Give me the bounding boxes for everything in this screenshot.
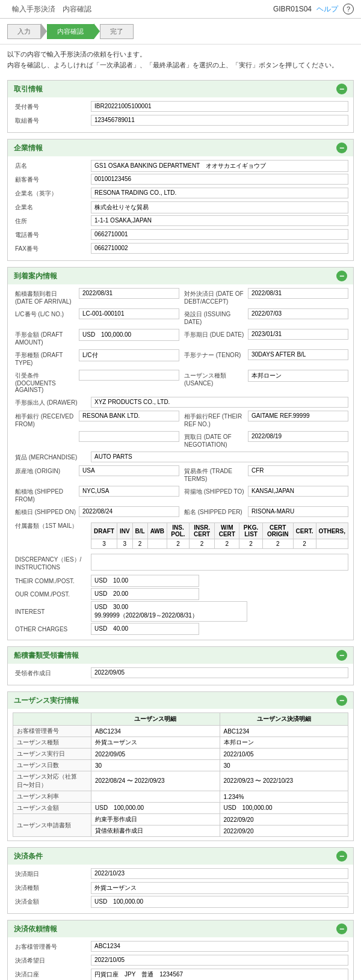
td-draft: 3 (91, 539, 117, 549)
comm-our: OUR COMM./POST. USD 20.00 (13, 588, 348, 600)
section-settlement-cond-title: 決済条件 (14, 851, 43, 862)
value-discrepancy (91, 554, 348, 571)
td-cert-origin: 2 (262, 539, 293, 549)
value-neg-date: 2022/08/19 (248, 431, 348, 442)
label-settlement-amount: 決済金額 (13, 896, 91, 908)
col-arrival-date: 船積書類到着日 (DATE OF ARRIVAL) 2022/08/31 (13, 288, 179, 307)
usance-v1-6: USD 100,000.00 (91, 803, 220, 814)
section-tochoushoryou-body: 船積書類到着日 (DATE OF ARRIVAL) 2022/08/31 対外決… (8, 284, 353, 640)
label-empty1 (13, 431, 79, 435)
section-funadate-title: 船積書類受領書情報 (14, 651, 79, 661)
col-empty1 (13, 431, 179, 450)
value-settlement-type: 外貨ユーザンス (91, 882, 348, 894)
help-icon[interactable]: ? (343, 4, 354, 14)
field-ryoryosha-date: 受領者作成日 2022/09/05 (13, 667, 348, 679)
label-tel: 電話番号 (13, 229, 91, 241)
usance-row-5: ユーザンス利率 1.234% (13, 791, 348, 803)
field-kigyoname-en: 企業名（英字） RESONA TRADING CO., LTD. (13, 188, 348, 200)
usance-row-2: ユーザンス実行日 2022/09/05 2022/10/05 (13, 749, 348, 760)
col-shipped-from: 船積地 (SHIPPED FROM) NYC,USA (13, 486, 179, 504)
col-draft-amount: 手形金額 (DRAFT AMOUNT) USD 100,000.00 (13, 329, 179, 348)
section-settlement-cond: 決済条件 − 決済期日 2022/10/23 決済種類 外貨ユーザンス 決済金額… (7, 847, 354, 914)
col-due-date: 手形期日 (DUE DATE) 2023/01/31 (182, 329, 348, 348)
value-tenor: 30DAYS AFTER B/L (248, 349, 348, 360)
value-shipped-to: KANSAI,JAPAN (248, 486, 348, 497)
label-arrival-date: 船積書類到着日 (DATE OF ARRIVAL) (13, 288, 79, 307)
usance-label-6: ユーザンス金額 (13, 803, 91, 814)
value-settlement-amount: USD 100,000.00 (91, 896, 348, 908)
value-uketsuke: IBR20221005100001 (91, 101, 348, 112)
collapse-settlement-cond[interactable]: − (336, 851, 347, 862)
value-tel: 0662710001 (91, 229, 348, 240)
td-ins-pol: 2 (167, 539, 190, 549)
value-due-date: 2023/01/31 (248, 329, 348, 340)
value-kigyoname: 株式会社りそな貿易 (91, 201, 348, 213)
value-jusho: 1-1-1 OSAKA,JAPAN (91, 215, 348, 226)
value-shipped-from: NYC,USA (79, 486, 179, 497)
label-dep-customer-no: お客様管理番号 (13, 941, 91, 953)
usance-label-1: ユーザンス種類 (13, 737, 91, 749)
label-shipped-to: 荷揚地 (SHIPPED TO) (182, 486, 248, 498)
arrival-row7b: 買取日 (DATE OF NEGOTIATION) 2022/08/19 (13, 431, 348, 450)
collapse-funadate[interactable]: − (336, 650, 347, 661)
value-trade-terms: CFR (248, 465, 348, 476)
section-tochoushoryou: 到着案内情報 − 船積書類到着日 (DATE OF ARRIVAL) 2022/… (7, 267, 354, 640)
comm-section: THEIR COMM./POST. USD 10.00 OUR COMM./PO… (13, 575, 348, 635)
collapse-settlement-dep[interactable]: − (336, 923, 347, 934)
step-confirm: 内容確認 (47, 24, 94, 39)
label-shipped-from: 船積地 (SHIPPED FROM) (13, 486, 79, 504)
section-usance: ユーザンス実行情報 − ユーザンス明細 ユーザンス決済明細 お客様管理番号 (7, 691, 354, 841)
arrival-row1: 船積書類到着日 (DATE OF ARRIVAL) 2022/08/31 対外決… (13, 288, 348, 307)
field-tel: 電話番号 0662710001 (13, 229, 348, 241)
col-issue-date: 発設日 (ISSUING DATE) 2022/07/03 (182, 308, 348, 327)
usance-row-0: お客様管理番号 ABC1234 ABC1234 (13, 726, 348, 737)
field-uketsuke: 受付番号 IBR20221005100001 (13, 101, 348, 113)
section-torihiki-header: 取引情報 − (8, 81, 353, 97)
usance-row-1: ユーザンス種類 外貨ユーザンス 本邦ローン (13, 737, 348, 749)
value-kigyoname-en: RESONA TRADING CO., LTD. (91, 188, 348, 198)
help-link[interactable]: ヘルプ (316, 4, 338, 14)
field-fax: FAX番号 0662710002 (13, 243, 348, 255)
label-drawer: 手形振出人 (DRAWER) (13, 397, 91, 409)
col-origin: 原産地 (ORIGIN) USA (13, 465, 179, 484)
label-tenname: 店名 (13, 160, 91, 172)
collapse-kigyo[interactable]: − (336, 142, 347, 153)
usance-v1-4: 2022/08/24 〜 2022/09/23 (91, 771, 220, 791)
col-usance-type: ユーザンス種類 (USANCE) 本邦ローン (182, 370, 348, 395)
main-content: 取引情報 − 受付番号 IBR20221005100001 取組番号 12345… (0, 75, 361, 980)
usance-table: ユーザンス明細 ユーザンス決済明細 お客様管理番号 ABC1234 ABC123… (13, 712, 348, 837)
col-neg-date: 買取日 (DATE OF NEGOTIATION) 2022/08/19 (182, 431, 348, 450)
field-torikumi: 取組番号 123456789011 (13, 115, 348, 127)
section-torihiki-title: 取引情報 (14, 84, 43, 94)
collapse-tochoushoryou[interactable]: − (336, 271, 347, 281)
page-subtitle: 内容確認 (63, 5, 91, 13)
label-kigyoname-en: 企業名（英字） (13, 188, 91, 200)
label-their-comm: THEIR COMM./POST. (13, 577, 91, 586)
usance-v2-4: 2022/09/23 〜 2022/10/23 (220, 771, 348, 791)
value-merchandise: AUTO PARTS (91, 452, 348, 462)
system-id: GIBR01S04 (273, 5, 312, 13)
col-draft-type: 手形種類 (DRAFT TYPE) L/C付 (13, 349, 179, 368)
usance-row-6: ユーザンス金額 USD 100,000.00 USD 100,000.00 (13, 803, 348, 814)
comm-their: THEIR COMM./POST. USD 10.00 (13, 575, 348, 587)
section-tochoushoryou-title: 到着案内情報 (14, 271, 57, 281)
collapse-usance[interactable]: − (336, 695, 347, 706)
col-their-ref: 相手銀行REF (THEIR REF NO.) GAITAME REF.9999… (182, 411, 348, 429)
th-pkg-list: PKG. LIST (239, 523, 263, 539)
value-ryoryosha-date: 2022/09/05 (91, 667, 348, 678)
label-dep-hope-date: 決済希望日 (13, 955, 91, 967)
section-funadate: 船積書類受領書情報 − 受領者作成日 2022/09/05 (7, 646, 354, 685)
field-settlement-amount: 決済金額 USD 100,000.00 (13, 896, 348, 908)
col-shipped-on: 船積日 (SHIPPED ON) 2022/08/24 (13, 506, 179, 518)
section-funadate-header: 船積書類受領書情報 − (8, 647, 353, 664)
usance-label-2: ユーザンス実行日 (13, 749, 91, 760)
value-our-comm: USD 20.00 (91, 588, 199, 600)
collapse-torihiki[interactable]: − (336, 84, 347, 94)
usance-row-4: ユーザンス対応（社算日〜対日） 2022/08/24 〜 2022/09/23 … (13, 771, 348, 791)
label-dep-account: 決済口座 (13, 969, 91, 980)
value-shipped-on: 2022/08/24 (79, 506, 179, 517)
section-settlement-dep-body: お客様管理番号 ABC1234 決済希望日 2022/10/05 決済口座 円貨… (8, 937, 353, 980)
td-inv: 3 (117, 539, 132, 549)
usance-label-4: ユーザンス対応（社算日〜対日） (13, 771, 91, 791)
value-dep-customer-no: ABC1234 (91, 941, 348, 952)
